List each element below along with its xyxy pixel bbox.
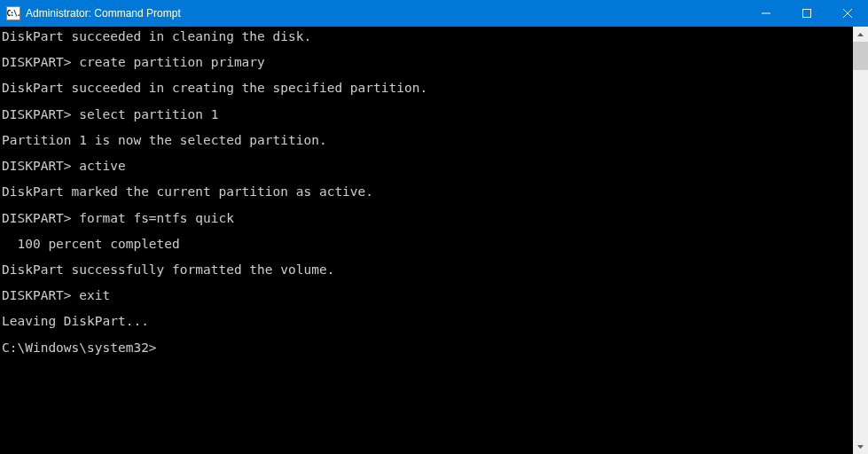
terminal-line: DiskPart marked the current partition as… <box>2 185 853 199</box>
vertical-scrollbar[interactable] <box>853 27 868 454</box>
scroll-up-button[interactable] <box>853 27 868 42</box>
close-icon <box>843 9 852 18</box>
terminal-line: Leaving DiskPart... <box>2 315 853 328</box>
scroll-down-button[interactable] <box>853 439 868 454</box>
maximize-button[interactable] <box>786 0 827 27</box>
cmd-icon: C:\. <box>6 6 20 20</box>
terminal-line: DiskPart succeeded in cleaning the disk. <box>2 30 853 43</box>
close-button[interactable] <box>827 0 868 27</box>
minimize-button[interactable] <box>746 0 786 27</box>
terminal-line: DISKPART> exit <box>2 289 853 302</box>
terminal-line: DISKPART> select partition 1 <box>2 108 853 121</box>
terminal-area: DiskPart succeeded in cleaning the disk.… <box>0 27 868 454</box>
terminal-line: 100 percent completed <box>2 238 853 251</box>
terminal-line: DiskPart succeeded in creating the speci… <box>2 82 853 95</box>
svg-marker-4 <box>857 33 864 36</box>
terminal-output[interactable]: DiskPart succeeded in cleaning the disk.… <box>0 27 853 454</box>
window-controls <box>746 0 868 27</box>
scroll-track[interactable] <box>853 42 868 439</box>
terminal-line: DiskPart successfully formatted the volu… <box>2 263 853 277</box>
window-titlebar: C:\. Administrator: Command Prompt <box>0 0 868 27</box>
svg-marker-5 <box>857 445 864 449</box>
chevron-up-icon <box>857 33 864 36</box>
maximize-icon <box>802 9 811 18</box>
terminal-line: C:\Windows\system32> <box>2 341 853 355</box>
svg-rect-1 <box>803 10 811 18</box>
terminal-line: Partition 1 is now the selected partitio… <box>2 134 853 147</box>
terminal-line: DISKPART> format fs=ntfs quick <box>2 212 853 225</box>
scroll-thumb[interactable] <box>853 42 868 70</box>
window-title: Administrator: Command Prompt <box>26 7 746 20</box>
minimize-icon <box>762 9 770 18</box>
chevron-down-icon <box>857 445 864 449</box>
terminal-line: DISKPART> active <box>2 160 853 173</box>
terminal-line: DISKPART> create partition primary <box>2 56 853 69</box>
